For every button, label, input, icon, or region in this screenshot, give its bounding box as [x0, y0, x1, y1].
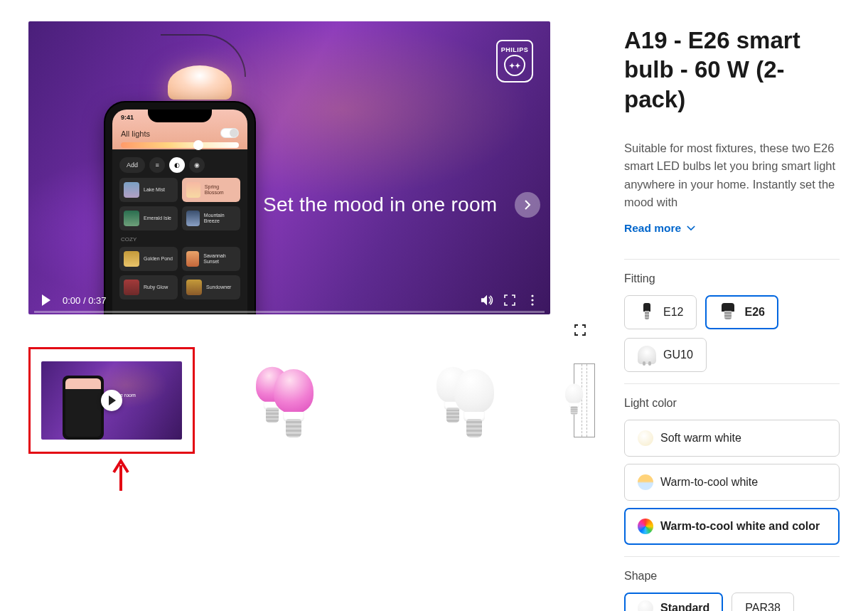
- soft-warm-white-swatch-icon: [638, 430, 653, 446]
- video-scrubber[interactable]: [34, 311, 545, 313]
- color-option-soft-warm-white[interactable]: Soft warm white: [624, 420, 840, 457]
- fitting-option-e26[interactable]: E26: [705, 295, 778, 329]
- read-more-label: Read more: [624, 222, 681, 235]
- media-column: PHILIPS Set the mood in one room 9:41 Al…: [28, 21, 599, 611]
- color-picker-icon: ◉: [189, 157, 205, 173]
- add-scene-pill: Add: [119, 157, 145, 173]
- floor-lamp-graphic: [161, 34, 239, 112]
- brand-name: PHILIPS: [501, 46, 529, 53]
- product-title: A19 - E26 smart bulb - 60 W (2-pack): [624, 26, 840, 114]
- play-overlay: [101, 390, 122, 411]
- volume-button[interactable]: [481, 294, 493, 307]
- phone-mode-row: Add ≡ ◐ ◉: [119, 156, 240, 174]
- shape-option-par38[interactable]: PAR38: [732, 593, 794, 611]
- light-color-label: Light color: [624, 397, 840, 410]
- light-color-options: Soft warm white Warm-to-cool white Warm-…: [624, 420, 840, 545]
- brightness-slider: [121, 142, 239, 148]
- philips-badge: PHILIPS: [496, 40, 533, 83]
- fullscreen-icon: [504, 294, 515, 306]
- media-thumbnails: d in one room: [28, 347, 599, 454]
- divider: [624, 383, 840, 384]
- video-overlay-caption: Set the mood in one room: [263, 193, 497, 216]
- shape-options: Standard PAR38 BR30: [624, 593, 840, 611]
- play-button[interactable]: [40, 294, 53, 307]
- shield-icon: [504, 55, 525, 76]
- fitting-label: Fitting: [624, 272, 840, 285]
- product-description: Suitable for most fixtures, these two E2…: [624, 139, 840, 212]
- annotation-arrow: [111, 458, 599, 495]
- next-media-button[interactable]: [515, 192, 540, 218]
- svg-point-2: [531, 303, 533, 305]
- shape-label: Shape: [624, 570, 840, 583]
- phone-screen-title: All lights: [121, 129, 150, 138]
- arrow-up-icon: [111, 458, 131, 492]
- svg-point-1: [531, 299, 533, 301]
- all-lights-toggle: [220, 128, 239, 138]
- expand-icon: [574, 324, 586, 336]
- gu10-bulb-icon: [638, 346, 656, 364]
- play-icon: [41, 294, 51, 306]
- chevron-right-icon: [523, 200, 532, 210]
- more-options-button[interactable]: [526, 294, 539, 307]
- fullscreen-button[interactable]: [503, 294, 516, 307]
- gallery-fullscreen-button[interactable]: [574, 324, 586, 336]
- chevron-down-icon: [687, 224, 695, 233]
- volume-icon: [481, 294, 493, 307]
- scene-picker-icon: ◐: [169, 157, 185, 173]
- color-option-warm-to-cool-white[interactable]: Warm-to-cool white: [624, 464, 840, 501]
- list-icon: ≡: [149, 157, 165, 173]
- fitting-option-gu10[interactable]: GU10: [624, 338, 707, 372]
- video-controls: 0:00 / 0:37: [28, 286, 550, 314]
- warm-cool-white-swatch-icon: [638, 474, 653, 490]
- e12-bulb-icon: [638, 303, 656, 322]
- product-info: A19 - E26 smart bulb - 60 W (2-pack) Sui…: [624, 21, 840, 611]
- fitting-options: E12 E26 GU10: [624, 295, 840, 372]
- svg-point-0: [531, 294, 533, 297]
- product-page: PHILIPS Set the mood in one room 9:41 Al…: [28, 21, 840, 611]
- phone-mockup: 9:41 All lights Add ≡ ◐ ◉ Lake Mist Spri…: [105, 102, 254, 314]
- read-more-link[interactable]: Read more: [624, 222, 695, 235]
- product-video[interactable]: PHILIPS Set the mood in one room 9:41 Al…: [28, 21, 550, 314]
- video-time-display: 0:00 / 0:37: [63, 295, 106, 306]
- thumbnail-video[interactable]: d in one room: [28, 347, 195, 454]
- color-option-warm-to-cool-white-and-color[interactable]: Warm-to-cool white and color: [624, 508, 840, 545]
- rgb-swatch-icon: [638, 519, 653, 534]
- e26-bulb-icon: [719, 303, 737, 322]
- thumbnail-bulbs-color[interactable]: [209, 347, 375, 454]
- fitting-option-e12[interactable]: E12: [624, 295, 697, 329]
- scene-grid: Lake Mist Spring Blossom Emerald Isle Mo…: [119, 178, 240, 299]
- shape-option-standard[interactable]: Standard: [624, 593, 723, 611]
- thumbnail-bulbs-white[interactable]: [390, 347, 556, 454]
- play-icon: [108, 395, 117, 405]
- more-vert-icon: [531, 294, 534, 306]
- standard-bulb-icon: [638, 600, 653, 611]
- divider: [624, 556, 840, 557]
- phone-status-time: 9:41: [121, 114, 134, 121]
- divider: [624, 259, 840, 260]
- thumbnail-dimensions-partial[interactable]: [570, 347, 599, 454]
